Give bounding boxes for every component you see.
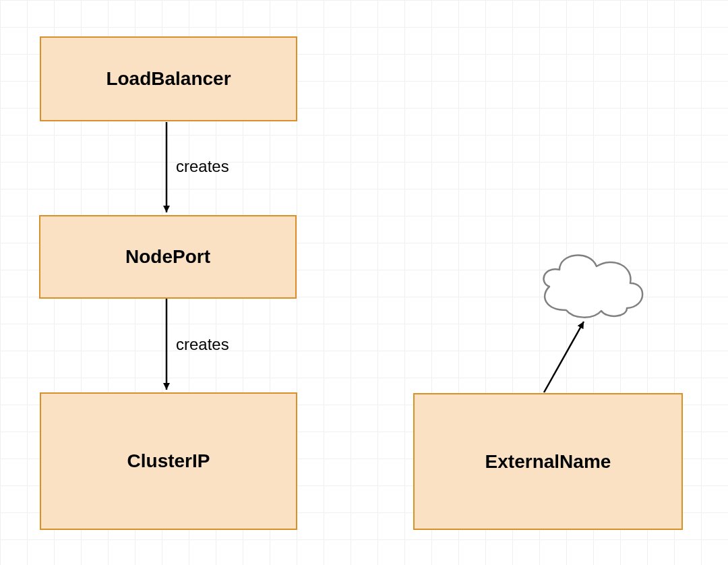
node-externalname-label: ExternalName (485, 451, 611, 473)
node-clusterip: ClusterIP (40, 392, 297, 530)
node-loadbalancer-label: LoadBalancer (106, 68, 231, 90)
node-loadbalancer: LoadBalancer (40, 36, 297, 121)
node-externalname: ExternalName (413, 393, 683, 530)
edge-label-lb-to-np: creates (176, 157, 229, 176)
node-clusterip-label: ClusterIP (127, 450, 210, 472)
edge-label-np-to-ci: creates (176, 335, 229, 354)
node-nodeport-label: NodePort (125, 246, 210, 268)
node-nodeport: NodePort (39, 215, 297, 299)
